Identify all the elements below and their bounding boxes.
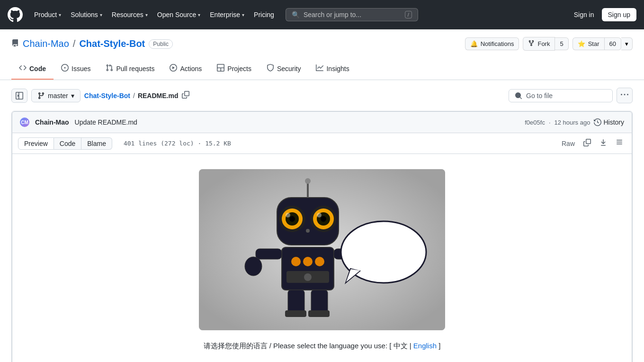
file-actions: Raw [559, 137, 626, 150]
visibility-badge: Public [149, 39, 173, 49]
commit-hash: f0e05fc [525, 119, 545, 126]
graph-icon [316, 64, 323, 73]
commit-message: Update README.md [75, 118, 137, 126]
nav-open-source[interactable]: Open Source ▾ [153, 7, 205, 22]
nav-enterprise[interactable]: Enterprise ▾ [206, 7, 248, 22]
chevron-down-icon: ▾ [198, 12, 200, 18]
file-nav: master ▾ Chat-Style-Bot / README.md Go t… [11, 88, 633, 103]
nav-product[interactable]: Product ▾ [30, 7, 65, 22]
commit-time-ago: 12 hours ago [555, 119, 590, 126]
star-dropdown[interactable]: ▾ [621, 37, 633, 50]
chevron-down-icon: ▾ [59, 12, 61, 18]
copy-path-button[interactable] [181, 90, 190, 101]
readme-preview: 请选择您使用的语言 / Please select the language y… [12, 154, 632, 362]
sidebar-toggle-button[interactable] [11, 89, 27, 103]
svg-point-12 [286, 213, 290, 217]
file-info: 401 lines (272 loc) · 15.2 KB [124, 140, 231, 147]
commit-time: · [549, 119, 551, 126]
svg-point-16 [291, 257, 301, 266]
svg-point-13 [317, 213, 322, 217]
nav-resources[interactable]: Resources ▾ [108, 7, 152, 22]
breadcrumb-repo-link[interactable]: Chat-Style-Bot [84, 92, 130, 100]
file-tab-code[interactable]: Code [54, 137, 81, 150]
svg-point-27 [245, 257, 262, 276]
sign-up-button[interactable]: Sign up [602, 8, 636, 21]
header-search[interactable]: 🔍 Search or jump to... / [286, 8, 418, 21]
table-icon [217, 64, 224, 73]
svg-rect-25 [256, 249, 282, 259]
fork-icon [528, 40, 535, 48]
svg-rect-22 [311, 290, 328, 314]
sign-in-button[interactable]: Sign in [570, 8, 598, 21]
svg-rect-15 [282, 247, 334, 290]
nav-solutions[interactable]: Solutions ▾ [67, 7, 106, 22]
github-logo[interactable] [8, 7, 23, 22]
main-nav: Product ▾ Solutions ▾ Resources ▾ Open S… [30, 7, 278, 22]
branch-selector[interactable]: master ▾ [31, 89, 80, 102]
fork-button[interactable]: Fork [523, 37, 555, 51]
star-icon: ⭐ [578, 40, 585, 47]
code-icon [19, 64, 27, 73]
english-link[interactable]: English [413, 342, 437, 350]
tab-issues[interactable]: Issues [54, 58, 98, 80]
repo-tabs: Code Issues Pull requests Actions Projec… [11, 58, 633, 80]
chevron-down-icon: ▾ [242, 12, 244, 18]
tab-projects[interactable]: Projects [209, 58, 259, 80]
content-area: master ▾ Chat-Style-Bot / README.md Go t… [0, 80, 644, 362]
raw-button[interactable]: Raw [559, 138, 578, 149]
svg-point-10 [289, 216, 295, 222]
tab-code[interactable]: Code [11, 58, 54, 80]
svg-point-14 [306, 229, 310, 233]
tab-pull-requests[interactable]: Pull requests [98, 58, 162, 80]
file-tab-blame[interactable]: Blame [81, 137, 112, 150]
chevron-down-icon: ▾ [71, 92, 74, 100]
file-tab-preview[interactable]: Preview [18, 137, 54, 150]
repo-header: Chain-Mao / Chat-Style-Bot Public 🔔 Noti… [0, 29, 644, 80]
repo-title: Chain-Mao / Chat-Style-Bot Public [11, 38, 173, 49]
commit-author: Chain-Mao [35, 118, 69, 126]
star-group: ⭐ Star 60 ▾ [572, 37, 633, 50]
star-button[interactable]: ⭐ Star [572, 37, 605, 50]
repo-type-icon [11, 38, 19, 49]
notifications-button[interactable]: 🔔 Notifications [465, 37, 519, 50]
repo-actions: 🔔 Notifications Fork 5 ⭐ Star 60 ▾ [465, 37, 633, 51]
breadcrumb: Chat-Style-Bot / README.md [84, 90, 505, 101]
repo-name-link[interactable]: Chat-Style-Bot [79, 38, 145, 49]
commit-row: CM Chain-Mao Update README.md f0e05fc · … [12, 111, 632, 133]
shield-icon [267, 64, 274, 73]
copy-raw-button[interactable] [581, 137, 594, 150]
history-link[interactable]: History [594, 118, 624, 126]
star-count[interactable]: 60 [605, 37, 621, 50]
language-select-text: 请选择您使用的语言 / Please select the language y… [31, 342, 613, 351]
main-header: Product ▾ Solutions ▾ Resources ▾ Open S… [0, 0, 644, 29]
circle-dot-icon [61, 64, 69, 73]
svg-point-20 [304, 273, 312, 281]
file-container: CM Chain-Mao Update README.md f0e05fc · … [11, 111, 633, 362]
readme-image [199, 169, 445, 330]
svg-rect-23 [285, 310, 306, 317]
nav-pricing[interactable]: Pricing [250, 7, 278, 22]
more-options-button[interactable] [617, 88, 633, 103]
go-to-file-search[interactable]: Go to file [509, 89, 613, 102]
file-content: 请选择您使用的语言 / Please select the language y… [12, 154, 632, 362]
repo-owner-link[interactable]: Chain-Mao [23, 38, 69, 49]
tab-security[interactable]: Security [259, 58, 309, 80]
svg-rect-21 [288, 290, 304, 314]
header-actions: Sign in Sign up [570, 8, 636, 21]
avatar: CM [20, 118, 29, 127]
file-view-tabs: Preview Code Blame [18, 137, 112, 150]
svg-point-18 [315, 257, 324, 266]
tab-actions[interactable]: Actions [162, 58, 209, 80]
file-tabs-row: Preview Code Blame 401 lines (272 loc) ·… [12, 133, 632, 154]
tab-insights[interactable]: Insights [308, 58, 357, 80]
git-pull-request-icon [106, 64, 113, 73]
svg-rect-24 [308, 310, 330, 317]
breadcrumb-current-file: README.md [138, 92, 179, 100]
fork-count[interactable]: 5 [555, 37, 568, 50]
chevron-down-icon: ▾ [145, 12, 148, 18]
bell-icon: 🔔 [470, 40, 478, 47]
svg-point-11 [321, 216, 326, 222]
outline-button[interactable] [613, 137, 626, 150]
svg-point-3 [305, 178, 311, 184]
download-button[interactable] [597, 137, 610, 150]
